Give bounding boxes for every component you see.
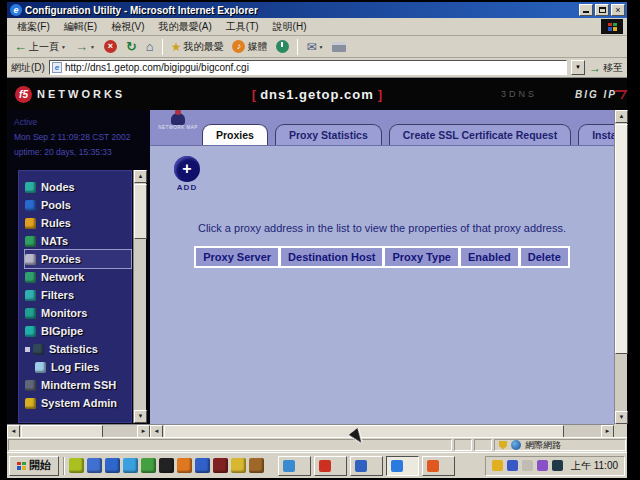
toolbar-separator bbox=[297, 39, 298, 55]
tray-icon[interactable] bbox=[492, 460, 503, 471]
sidebar-item-log-files[interactable]: Log Files bbox=[25, 358, 131, 376]
scroll-down-icon[interactable]: ▼ bbox=[134, 410, 147, 423]
sidebar-item-nats[interactable]: NATs bbox=[25, 232, 131, 250]
expand-icon[interactable] bbox=[25, 347, 30, 352]
stop-button[interactable]: × bbox=[101, 39, 120, 54]
scroll-up-icon[interactable]: ▲ bbox=[615, 110, 628, 123]
f5-header: f5 NETWORKS [dns1.getop.com] 3DNS BIG IP bbox=[7, 78, 627, 110]
sidebar-vertical-scrollbar[interactable]: ▲ ▼ bbox=[133, 170, 146, 423]
add-proxy-button[interactable]: + ADD bbox=[167, 156, 207, 192]
taskbar-window-button[interactable] bbox=[422, 456, 455, 476]
taskbar-window-button[interactable] bbox=[350, 456, 383, 476]
sidebar-item-filters[interactable]: Filters bbox=[25, 286, 131, 304]
quicklaunch-icon[interactable] bbox=[159, 458, 174, 473]
hostname: dns1.getop.com bbox=[256, 87, 378, 102]
forward-button[interactable]: → ▼ bbox=[72, 39, 98, 55]
sidebar-item-bigpipe[interactable]: BIGpipe bbox=[25, 322, 131, 340]
product-bigip-label: BIG IP bbox=[575, 89, 617, 100]
scrollbar-thumb[interactable] bbox=[134, 184, 147, 239]
tray-icon[interactable] bbox=[537, 460, 548, 471]
forward-dropdown-icon[interactable]: ▼ bbox=[90, 44, 95, 50]
sidebar-item-label: Proxies bbox=[41, 253, 81, 265]
sidebar-item-label: NATs bbox=[41, 235, 68, 247]
sidebar-item-mindterm-ssh[interactable]: Mindterm SSH bbox=[25, 376, 131, 394]
close-button[interactable]: × bbox=[611, 4, 625, 16]
back-icon: ← bbox=[14, 40, 27, 54]
window-title: Configuration Utility - Microsoft Intern… bbox=[25, 5, 258, 16]
quicklaunch-icon[interactable] bbox=[195, 458, 210, 473]
network-map-icon bbox=[171, 113, 185, 125]
back-dropdown-icon[interactable]: ▼ bbox=[61, 44, 66, 50]
menu-edit[interactable]: 編輯(E) bbox=[58, 18, 103, 36]
quicklaunch-icon[interactable] bbox=[231, 458, 246, 473]
tray-icon[interactable] bbox=[522, 460, 533, 471]
menu-favorites[interactable]: 我的最愛(A) bbox=[152, 18, 217, 36]
sidebar-horizontal-scrollbar[interactable]: ◄ ► bbox=[7, 424, 150, 437]
tab-proxies[interactable]: Proxies bbox=[202, 124, 268, 145]
sidebar-item-system-admin[interactable]: System Admin bbox=[25, 394, 131, 412]
tray-icon[interactable] bbox=[552, 460, 563, 471]
quicklaunch-icon[interactable] bbox=[249, 458, 264, 473]
media-button[interactable]: ♪ 媒體 bbox=[229, 39, 270, 55]
minimize-button[interactable] bbox=[579, 4, 593, 16]
monitors-icon bbox=[25, 308, 36, 319]
refresh-button[interactable]: ↻ bbox=[123, 38, 140, 55]
quicklaunch-icon[interactable] bbox=[213, 458, 228, 473]
taskbar-window-button[interactable] bbox=[314, 456, 347, 476]
scroll-up-icon[interactable]: ▲ bbox=[134, 170, 147, 183]
sidebar-item-label: Monitors bbox=[41, 307, 87, 319]
sidebar-item-network[interactable]: Network bbox=[25, 268, 131, 286]
quicklaunch-icon[interactable] bbox=[87, 458, 102, 473]
sidebar-item-pools[interactable]: Pools bbox=[25, 196, 131, 214]
network-map-button[interactable]: NETWORK MAP bbox=[158, 113, 198, 130]
menu-help[interactable]: 說明(H) bbox=[267, 18, 313, 36]
sidebar-item-label: Mindterm SSH bbox=[41, 379, 116, 391]
sidebar-item-nodes[interactable]: Nodes bbox=[25, 178, 131, 196]
address-input[interactable]: e http://dns1.getop.com/bigipgui/bigconf… bbox=[49, 60, 567, 75]
quicklaunch-icon[interactable] bbox=[177, 458, 192, 473]
minimize-icon bbox=[583, 11, 589, 13]
tab-create-ssl-certificate-request[interactable]: Create SSL Certificate Request bbox=[389, 124, 571, 145]
menu-tools[interactable]: 工具(T) bbox=[220, 18, 265, 36]
sidebar-item-rules[interactable]: Rules bbox=[25, 214, 131, 232]
tray-icon[interactable] bbox=[507, 460, 518, 471]
tab-proxy-statistics[interactable]: Proxy Statistics bbox=[275, 124, 382, 145]
quicklaunch-icon[interactable] bbox=[141, 458, 156, 473]
sidebar-item-statistics[interactable]: Statistics bbox=[25, 340, 131, 358]
mail-dropdown-icon[interactable]: ▼ bbox=[319, 44, 324, 50]
scrollbar-track[interactable] bbox=[615, 124, 628, 354]
tab-install-ssl-certificate[interactable]: Install SSL Certif bbox=[578, 124, 614, 145]
app-icon bbox=[427, 460, 439, 472]
ssh-icon bbox=[25, 380, 36, 391]
quicklaunch-icon[interactable] bbox=[105, 458, 120, 473]
history-button[interactable] bbox=[273, 39, 292, 54]
window-titlebar[interactable]: e Configuration Utility - Microsoft Inte… bbox=[7, 2, 627, 18]
network-icon bbox=[25, 272, 36, 283]
menu-file[interactable]: 檔案(F) bbox=[11, 18, 56, 36]
mail-button[interactable]: ✉▼ bbox=[303, 39, 326, 55]
scroll-down-icon[interactable]: ▼ bbox=[615, 411, 628, 424]
favorites-button[interactable]: ★ 我的最愛 bbox=[168, 39, 227, 55]
menu-view[interactable]: 檢視(V) bbox=[105, 18, 150, 36]
system-status: Active Mon Sep 2 11:09:28 CST 2002 uptim… bbox=[14, 115, 130, 160]
taskbar-window-button[interactable] bbox=[278, 456, 311, 476]
home-button[interactable]: ⌂ bbox=[143, 38, 157, 55]
back-button[interactable]: ← 上一頁 ▼ bbox=[11, 39, 69, 55]
start-button[interactable]: 開始 bbox=[9, 456, 59, 476]
sidebar-item-label: Log Files bbox=[51, 361, 99, 373]
taskbar-window-button-active[interactable] bbox=[386, 456, 419, 476]
go-button[interactable]: → 移至 bbox=[589, 61, 623, 75]
restore-button[interactable] bbox=[595, 4, 609, 16]
content-horizontal-scrollbar[interactable]: ◄ ► bbox=[150, 424, 614, 437]
content-vertical-scrollbar[interactable]: ▲ ▼ bbox=[614, 110, 627, 424]
quicklaunch-icon[interactable] bbox=[123, 458, 138, 473]
quicklaunch-icon[interactable] bbox=[69, 458, 84, 473]
app-icon bbox=[355, 460, 367, 472]
ie-throbber-logo bbox=[601, 19, 623, 34]
sidebar-item-proxies[interactable]: Proxies bbox=[25, 250, 131, 268]
sidebar-item-monitors[interactable]: Monitors bbox=[25, 304, 131, 322]
col-enabled: Enabled bbox=[461, 248, 518, 266]
print-button[interactable] bbox=[329, 41, 349, 53]
proxies-page: + ADD Click a proxy address in the list … bbox=[150, 146, 614, 424]
address-dropdown-button[interactable]: ▼ bbox=[571, 60, 585, 75]
